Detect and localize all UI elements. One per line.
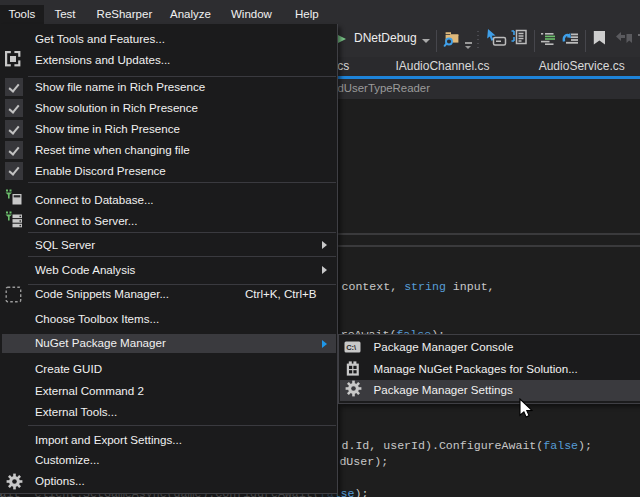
svg-text:C:\: C:\ xyxy=(346,343,357,352)
